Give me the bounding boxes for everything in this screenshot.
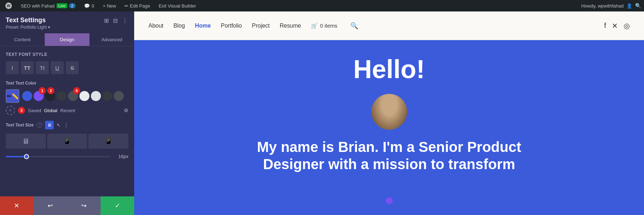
cancel-button[interactable]: ✕ (0, 196, 34, 215)
font-italic-btn[interactable]: I (6, 61, 19, 74)
cart-label: 0 items (320, 23, 337, 29)
settings-panel: Text Settings Preset: Portfolio Light ▾ … (0, 11, 134, 215)
color-row: 1 2 4 ✏ (6, 89, 128, 103)
save-button[interactable]: ✓ (101, 196, 134, 215)
undo-button[interactable]: ↩ (34, 196, 67, 215)
badge-3: 3 (18, 107, 25, 114)
exit-builder-label: Exit Visual Builder (158, 3, 196, 9)
nav-link-resume[interactable]: Resume (280, 23, 301, 29)
device-icon[interactable]: 🖥 (45, 121, 54, 129)
font-style-label: Text Font Style (6, 52, 128, 57)
badge-1: 1 (39, 87, 46, 94)
nav-search-icon[interactable]: 🔍 (350, 22, 358, 30)
admin-search-icon[interactable]: 🔍 (635, 3, 641, 9)
nav-link-home[interactable]: Home (195, 23, 211, 29)
color-tab-settings-icon[interactable]: ⚙ (124, 108, 128, 113)
wp-logo-item[interactable]: W (3, 2, 14, 9)
color-preset-light1[interactable] (79, 91, 89, 101)
font-underline-btn[interactable]: U (51, 61, 64, 74)
new-item[interactable]: + New (101, 3, 118, 9)
site-nav: About Blog Home Portfolio Project Resume… (134, 11, 644, 40)
nav-link-project[interactable]: Project (252, 23, 270, 29)
hero-text-line1: My name is Brian. I'm a Senior Product (257, 138, 521, 156)
site-name: SEO with Fahad (21, 3, 55, 9)
admin-bar-right: Howdy, wpwithfahad 👤 🔍 (581, 3, 641, 9)
color-actions-row: + 3 Saved Global Recent ⚙ (6, 106, 128, 115)
panel-more-icon[interactable]: ⋮ (121, 16, 128, 25)
panel-actions: ✕ ↩ ↪ ✓ (0, 196, 134, 215)
cart-icon: 🛒 (311, 23, 318, 29)
text-size-label: Text Text Size (6, 123, 34, 128)
panel-tabs: Content Design Advanced (0, 33, 134, 46)
more-options-icon[interactable]: ⋮ (64, 122, 69, 128)
slider-row: 16px (6, 154, 128, 159)
admin-bar: W SEO with Fahad Live 2 💬 0 + New ✏ Edit… (0, 0, 644, 11)
badge-2: 2 (47, 87, 54, 94)
panel-grid-icon[interactable]: ⊟ (112, 16, 118, 25)
slider-value: 16px (114, 154, 128, 159)
tab-content[interactable]: Content (0, 33, 45, 46)
website-area: About Blog Home Portfolio Project Resume… (134, 11, 644, 215)
twitter-icon[interactable]: ✕ (612, 22, 618, 30)
tab-design[interactable]: Design (45, 33, 89, 46)
site-nav-links: About Blog Home Portfolio Project Resume… (148, 22, 358, 30)
device-size-row: 🖥 📱 📱 (6, 134, 128, 149)
pencil-icon: ✏ (7, 93, 11, 100)
live-badge: Live (57, 3, 67, 8)
tab-advanced[interactable]: Advanced (89, 33, 134, 46)
hero-title: Hello! (353, 54, 425, 84)
slider-fill (6, 156, 26, 157)
cursor-icon: ↖ (57, 122, 61, 128)
mobile-device-btn[interactable]: 📱 (88, 134, 128, 149)
preset-label: Preset: Portfolio Light ▾ (6, 25, 50, 30)
hero-body-text: My name is Brian. I'm a Senior Product D… (257, 138, 521, 173)
panel-expand-icon[interactable]: ⊞ (103, 16, 109, 25)
comments-badge: 2 (69, 3, 75, 8)
nav-cart[interactable]: 🛒 0 items (311, 23, 337, 29)
color-preset-dark2[interactable] (57, 91, 67, 101)
site-name-item[interactable]: SEO with Fahad Live 2 (19, 3, 78, 9)
slider-thumb[interactable] (24, 154, 29, 159)
color-preset-dark5[interactable] (114, 91, 124, 101)
new-label: + New (103, 3, 116, 9)
edit-page-item[interactable]: ✏ Edit Page (122, 3, 152, 9)
nav-link-portfolio[interactable]: Portfolio (221, 23, 242, 29)
font-strikethrough-btn[interactable]: S (66, 61, 79, 74)
font-capitalize-btn[interactable]: Tt (36, 61, 49, 74)
hero-text-line2: Designer with a mission to transform (257, 156, 521, 173)
panel-preset[interactable]: Preset: Portfolio Light ▾ (6, 25, 50, 30)
exit-builder-item[interactable]: Exit Visual Builder (156, 3, 198, 9)
text-size-row: Text Text Size ? 🖥 ↖ ⋮ (6, 121, 128, 129)
color-preset-light2[interactable] (91, 91, 101, 101)
color-picker-swatch[interactable]: ✏ (6, 89, 19, 103)
color-preset-blue[interactable] (22, 91, 32, 101)
color-tab-saved[interactable]: Saved (28, 108, 41, 113)
panel-content: Text Font Style I TT Tt U S Text Text Co… (0, 46, 134, 196)
redo-button[interactable]: ↪ (67, 196, 101, 215)
instagram-icon[interactable]: ◎ (624, 22, 630, 30)
svg-text:W: W (7, 4, 11, 8)
font-uppercase-btn[interactable]: TT (21, 61, 34, 74)
color-tab-recent[interactable]: Recent (60, 108, 75, 113)
panel-header-left: Text Settings Preset: Portfolio Light ▾ (6, 16, 50, 30)
add-color-btn[interactable]: + (6, 106, 15, 115)
color-tab-global[interactable]: Global (44, 108, 58, 113)
nav-social-icons: f ✕ ◎ (604, 22, 630, 30)
color-preset-dark4[interactable] (102, 91, 112, 101)
panel-title: Text Settings (6, 16, 50, 24)
nav-link-blog[interactable]: Blog (174, 23, 185, 29)
desktop-device-btn[interactable]: 🖥 (6, 134, 46, 149)
help-icon[interactable]: ? (36, 122, 42, 128)
wp-logo-icon: W (5, 2, 12, 9)
slider-track[interactable] (6, 156, 110, 157)
hero-avatar (371, 94, 407, 130)
nav-link-about[interactable]: About (148, 23, 164, 29)
facebook-icon[interactable]: f (604, 22, 606, 30)
comments-item[interactable]: 💬 0 (82, 3, 96, 9)
comments-num: 0 (92, 3, 94, 9)
tablet-device-btn[interactable]: 📱 (47, 134, 87, 149)
text-color-label: Text Text Color (6, 81, 128, 86)
panel-header: Text Settings Preset: Portfolio Light ▾ … (0, 11, 134, 33)
user-avatar-icon: 👤 (626, 3, 632, 9)
panel-header-icons: ⊞ ⊟ ⋮ (103, 16, 128, 25)
